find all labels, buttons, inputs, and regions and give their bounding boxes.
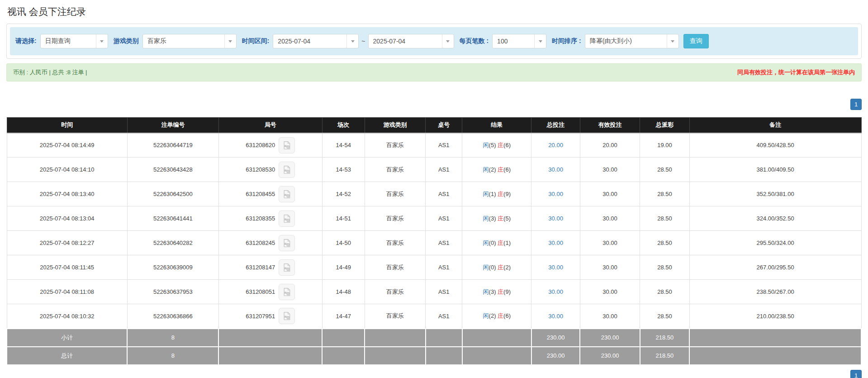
column-header: 局号 — [218, 118, 322, 133]
round-id-cell: 631208620 — [218, 133, 322, 158]
total-bet-link[interactable]: 20.00 — [548, 142, 563, 148]
payout-cell: 28.50 — [640, 280, 690, 304]
result-banker-score: (6) — [503, 142, 511, 148]
result-player-label: 闲 — [483, 166, 489, 173]
table-header: 时间注单编号局号场次游戏类别桌号结果总投注有效投注总派彩备注 — [7, 118, 861, 133]
result-cell: 闲(0) 庄(2) — [462, 255, 531, 280]
video-replay-button[interactable] — [279, 235, 295, 251]
video-replay-button[interactable] — [279, 284, 295, 300]
total-bet-link[interactable]: 30.00 — [548, 264, 563, 271]
range-separator: ~ — [361, 38, 365, 45]
video-replay-button[interactable] — [279, 162, 295, 178]
bet-id-cell: 522630644719 — [127, 133, 218, 158]
chevron-down-icon — [96, 34, 108, 48]
currency-summary-text: 币别 : 人民币 | 总共 :8 注单 | — [13, 68, 87, 77]
game-type-cell: 百家乐 — [365, 133, 425, 158]
session-cell: 14-49 — [322, 255, 365, 280]
query-type-value: 日期查询 — [41, 37, 96, 45]
video-icon — [282, 165, 291, 174]
session-cell: 14-47 — [322, 304, 365, 329]
result-player-label: 闲 — [483, 142, 489, 148]
bet-time-cell: 2025-07-04 08:13:04 — [7, 206, 127, 231]
page-1-button[interactable]: 1 — [850, 370, 862, 378]
table-row: 2025-07-04 08:14:10522630643428631208530… — [7, 158, 861, 182]
query-type-select[interactable]: 日期查询 — [40, 34, 108, 48]
game-type-cell: 百家乐 — [365, 182, 425, 206]
notice-text: 同局有效投注，统一计算在该局第一张注单内 — [737, 68, 855, 77]
subtotal-total-bet: 230.00 — [531, 329, 580, 347]
payout-cell: 28.50 — [640, 206, 690, 231]
subtotal-row: 小计 8 230.00 230.00 218.50 — [7, 329, 861, 347]
total-bet-link[interactable]: 30.00 — [548, 313, 563, 320]
per-page-select[interactable]: 100 — [492, 34, 546, 48]
bet-id-cell: 522630641441 — [127, 206, 218, 231]
result-cell: 闲(2) 庄(6) — [462, 158, 531, 182]
video-icon — [282, 311, 291, 321]
result-player-label: 闲 — [483, 264, 489, 271]
video-replay-button[interactable] — [279, 137, 295, 153]
pagination-top: 1 — [6, 99, 862, 110]
session-cell: 14-54 — [322, 133, 365, 158]
total-total-bet: 230.00 — [531, 347, 580, 365]
table-footer: 小计 8 230.00 230.00 218.50 总计 8 230.00 23… — [7, 329, 861, 365]
filter-panel: 请选择: 日期查询 游戏类别 百家乐 时间区间: 2025-07-04 ~ 20… — [6, 24, 862, 59]
session-cell: 14-52 — [322, 182, 365, 206]
valid-bet-cell: 30.00 — [580, 182, 640, 206]
game-type-cell: 百家乐 — [365, 158, 425, 182]
total-bet-link[interactable]: 30.00 — [548, 288, 563, 295]
bet-id-cell: 522630639009 — [127, 255, 218, 280]
result-player-score: (3) — [489, 215, 496, 222]
date-to-select[interactable]: 2025-07-04 — [368, 34, 454, 48]
sort-select[interactable]: 降幂(由大到小) — [585, 34, 679, 48]
query-type-label: 请选择: — [15, 37, 37, 45]
total-row: 总计 8 230.00 230.00 218.50 — [7, 347, 861, 365]
round-id-cell: 631208355 — [218, 206, 322, 231]
column-header: 游戏类别 — [365, 118, 425, 133]
total-bet-link[interactable]: 30.00 — [548, 215, 563, 222]
result-cell: 闲(5) 庄(6) — [462, 133, 531, 158]
result-banker-label: 庄 — [498, 191, 503, 197]
total-bet-cell: 30.00 — [531, 304, 580, 329]
page-title: 视讯 会员下注纪录 — [7, 5, 862, 18]
date-from-select[interactable]: 2025-07-04 — [273, 34, 359, 48]
video-replay-button[interactable] — [279, 211, 295, 227]
result-banker-score: (6) — [503, 166, 511, 173]
per-page-value: 100 — [493, 38, 534, 45]
payout-cell: 28.50 — [640, 304, 690, 329]
result-banker-label: 庄 — [498, 264, 503, 271]
game-type-cell: 百家乐 — [365, 255, 425, 280]
column-header: 场次 — [322, 118, 365, 133]
column-header: 结果 — [462, 118, 531, 133]
page-1-button[interactable]: 1 — [850, 99, 862, 110]
video-replay-button[interactable] — [279, 259, 295, 276]
pagination-bottom: 1 — [6, 370, 862, 378]
column-header: 时间 — [7, 118, 127, 133]
table-no-cell: AS1 — [426, 304, 462, 329]
total-bet-link[interactable]: 30.00 — [548, 239, 563, 246]
total-bet-link[interactable]: 30.00 — [548, 191, 563, 197]
round-id-cell: 631208455 — [218, 182, 322, 206]
valid-bet-cell: 20.00 — [580, 133, 640, 158]
bet-time-cell: 2025-07-04 08:13:40 — [7, 182, 127, 206]
round-id-cell: 631208245 — [218, 231, 322, 255]
bet-time-cell: 2025-07-04 08:12:27 — [7, 231, 127, 255]
round-id-cell: 631208051 — [218, 280, 322, 304]
total-bet-link[interactable]: 30.00 — [548, 166, 563, 173]
video-replay-button[interactable] — [279, 308, 295, 324]
game-type-label: 游戏类别 — [114, 37, 139, 45]
chevron-down-icon — [534, 34, 546, 48]
round-id: 631208245 — [246, 239, 275, 246]
search-button[interactable]: 查询 — [683, 34, 709, 48]
result-cell: 闲(3) 庄(9) — [462, 280, 531, 304]
total-bet-cell: 30.00 — [531, 158, 580, 182]
payout-cell: 28.50 — [640, 255, 690, 280]
game-type-select[interactable]: 百家乐 — [142, 34, 237, 48]
session-cell: 14-51 — [322, 206, 365, 231]
bet-id-cell: 522630637953 — [127, 280, 218, 304]
video-icon — [282, 239, 291, 248]
bet-time-cell: 2025-07-04 08:11:08 — [7, 280, 127, 304]
video-replay-button[interactable] — [279, 186, 295, 202]
column-header: 桌号 — [426, 118, 462, 133]
video-icon — [282, 190, 291, 199]
result-player-score: (0) — [489, 239, 496, 246]
